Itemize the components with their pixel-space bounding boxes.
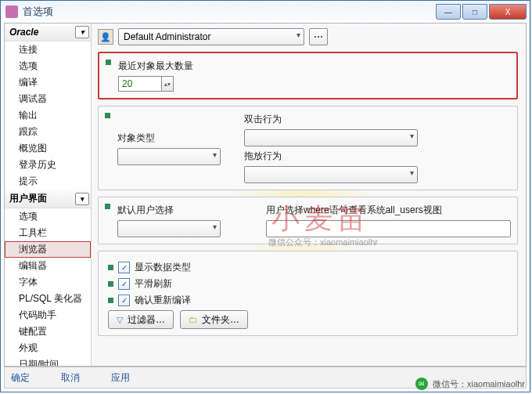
- where-clause-label: 用户选择where语句查看系统all_users视图: [266, 204, 509, 217]
- user-select-group: 默认用户选择 用户选择where语句查看系统all_users视图: [98, 197, 518, 244]
- smooth-refresh-checkbox[interactable]: ✓: [118, 278, 130, 290]
- spin-button[interactable]: ▴▾: [162, 76, 174, 92]
- tree-item[interactable]: 调试器: [5, 91, 91, 107]
- group-marker-icon: [106, 60, 111, 65]
- admin-profile-label: Default Administrator: [124, 31, 210, 42]
- tree-item[interactable]: 概览图: [5, 140, 91, 157]
- wechat-icon: ✉: [415, 378, 428, 390]
- tree-item[interactable]: 代码助手: [5, 307, 91, 324]
- tree-item[interactable]: 选项: [5, 208, 91, 225]
- admin-avatar-icon: 👤: [98, 29, 113, 45]
- tree-item[interactable]: PL/SQL 美化器: [5, 291, 91, 307]
- where-clause-input[interactable]: [266, 220, 511, 237]
- tree-item[interactable]: 连接: [5, 42, 91, 58]
- maximize-button[interactable]: □: [462, 4, 487, 20]
- admin-profile-select[interactable]: Default Administrator: [118, 28, 304, 45]
- collapse-icon[interactable]: ▾: [75, 193, 89, 205]
- credit-label: 微信号：xiaomaimiaolhr: [433, 378, 525, 390]
- tree-item[interactable]: 编辑器: [5, 258, 91, 274]
- tree-item[interactable]: 外观: [5, 340, 91, 356]
- folder-button-label: 文件夹…: [202, 313, 239, 327]
- app-icon: [5, 5, 18, 18]
- close-button[interactable]: X: [489, 4, 527, 20]
- recent-objects-group: 最近对象最大数量 20 ▴▾: [98, 52, 518, 99]
- group-marker-icon: [108, 265, 113, 270]
- default-user-label: 默认用户选择: [117, 204, 219, 217]
- default-user-select[interactable]: [117, 220, 221, 237]
- filter-button-label: 过滤器…: [128, 313, 165, 327]
- tree-item[interactable]: 提示: [5, 173, 91, 190]
- titlebar: 首选项 — □ X: [1, 1, 530, 23]
- object-behavior-group: 对象类型 双击行为 拖放行为: [98, 106, 518, 190]
- check-row: ✓ 显示数据类型: [108, 261, 509, 274]
- tree-item[interactable]: 日期/时间: [5, 356, 91, 366]
- tree-item[interactable]: 输出: [5, 107, 91, 124]
- funnel-icon: ▽: [117, 315, 123, 325]
- double-click-label: 双击行为: [244, 113, 418, 126]
- tree-group-oracle[interactable]: Oracle ▾: [5, 23, 91, 42]
- object-type-label: 对象类型: [117, 132, 221, 145]
- group-marker-icon: [108, 281, 113, 287]
- recent-max-input[interactable]: 20: [118, 76, 162, 92]
- group-marker-icon: [105, 113, 110, 118]
- collapse-icon[interactable]: ▾: [75, 26, 89, 38]
- apply-button[interactable]: 应用: [111, 371, 130, 385]
- check-row: ✓ 确认重新编译: [108, 294, 509, 307]
- cancel-button[interactable]: 取消: [61, 371, 80, 385]
- folder-button[interactable]: 🗀 文件夹…: [180, 310, 248, 329]
- recompile-checkbox[interactable]: ✓: [118, 295, 130, 306]
- drag-drop-label: 拖放行为: [244, 150, 418, 163]
- folder-icon: 🗀: [189, 315, 197, 324]
- options-group: ✓ 显示数据类型 ✓ 平滑刷新 ✓ 确认重新编译 ▽ 过滤器…: [98, 251, 518, 336]
- tree-item-selected[interactable]: 浏览器: [5, 241, 91, 258]
- tree-item[interactable]: 登录历史: [5, 157, 91, 173]
- tree-item[interactable]: 键配置: [5, 324, 91, 340]
- window-title: 首选项: [23, 5, 436, 19]
- group-marker-icon: [108, 298, 113, 303]
- profile-row: 👤 Default Administrator ⋯: [98, 28, 518, 45]
- content-area: Oracle ▾ 连接 选项 编译 调试器 输出 跟踪 概览图 登录历史 提示 …: [4, 23, 527, 367]
- ok-button[interactable]: 确定: [11, 371, 30, 385]
- show-type-label: 显示数据类型: [135, 261, 191, 274]
- recent-max-label: 最近对象最大数量: [118, 60, 509, 73]
- tree-group-ui[interactable]: 用户界面 ▾: [5, 190, 91, 208]
- recompile-label: 确认重新编译: [135, 294, 191, 307]
- more-button[interactable]: ⋯: [309, 28, 328, 45]
- filter-button[interactable]: ▽ 过滤器…: [108, 310, 174, 329]
- tree-item[interactable]: 字体: [5, 274, 91, 291]
- drag-drop-select[interactable]: [244, 166, 418, 183]
- tree-item[interactable]: 工具栏: [5, 225, 91, 241]
- show-type-checkbox[interactable]: ✓: [118, 262, 130, 273]
- tree-item[interactable]: 跟踪: [5, 124, 91, 140]
- object-type-select[interactable]: [117, 148, 221, 165]
- group-marker-icon: [105, 204, 110, 209]
- window-buttons: — □ X: [436, 4, 527, 20]
- smooth-refresh-label: 平滑刷新: [135, 277, 172, 291]
- minimize-button[interactable]: —: [436, 4, 461, 20]
- tree-item[interactable]: 选项: [5, 58, 91, 74]
- tree-group-label: Oracle: [9, 27, 38, 38]
- app-window: 首选项 — □ X Oracle ▾ 连接 选项 编译 调试器 输出 跟踪 概览…: [0, 0, 530, 392]
- double-click-select[interactable]: [244, 129, 418, 146]
- tree-item[interactable]: 编译: [5, 74, 91, 91]
- settings-panel: 👤 Default Administrator ⋯ 最近对象最大数量 20 ▴▾: [92, 23, 526, 366]
- button-row: ▽ 过滤器… 🗀 文件夹…: [108, 310, 509, 329]
- tree-group-label: 用户界面: [9, 192, 47, 205]
- check-row: ✓ 平滑刷新: [108, 277, 509, 291]
- credit-overlay: ✉ 微信号：xiaomaimiaolhr: [415, 378, 525, 390]
- sidebar-tree: Oracle ▾ 连接 选项 编译 调试器 输出 跟踪 概览图 登录历史 提示 …: [5, 23, 92, 366]
